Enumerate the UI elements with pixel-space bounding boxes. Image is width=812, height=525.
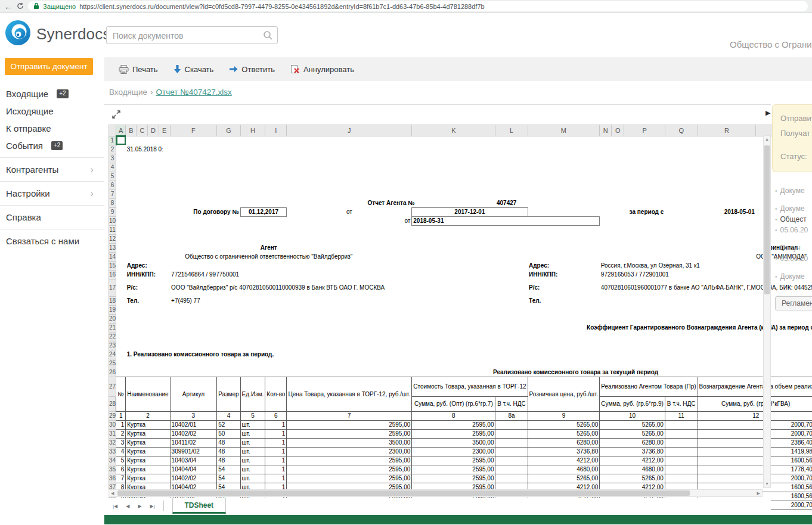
document-search[interactable] <box>106 26 278 44</box>
sheet-cell[interactable]: Сумма, руб. (Опт) (гр.6*гр.7) <box>412 396 495 411</box>
sheet-cell[interactable]: 4 <box>217 411 240 420</box>
column-header-E[interactable]: E <box>159 125 170 136</box>
column-header-G[interactable]: G <box>217 125 240 136</box>
sheet-cell[interactable]: ООО "Вайлдберриз" р/с 407028105001100009… <box>170 279 528 296</box>
scroll-right-icon[interactable]: ▶ <box>757 490 760 496</box>
column-header-M[interactable]: M <box>528 125 600 136</box>
sheet-cell[interactable]: 4212,00 <box>528 456 600 465</box>
sheet-cell[interactable]: Агент <box>126 243 412 252</box>
sheet-cell[interactable] <box>412 252 528 261</box>
sheet-cell[interactable]: 2595,00 <box>287 420 412 429</box>
row-header-5[interactable]: 5 <box>109 172 116 181</box>
row-header-15[interactable]: 15 <box>109 261 116 270</box>
sheet-cell[interactable]: 11 <box>665 411 698 420</box>
sheet-cell[interactable]: 5 <box>240 411 265 420</box>
sheet-cell[interactable] <box>495 447 528 456</box>
sheet-cell[interactable]: 4680,00 <box>528 465 600 474</box>
sheet-cell[interactable]: Куртка <box>126 447 170 456</box>
panel-collapse-icon[interactable]: ▶ <box>765 109 770 117</box>
sheet-cell[interactable]: 3500,00 <box>287 438 412 447</box>
row-header-17[interactable]: 17 <box>109 279 116 296</box>
sheet-cell[interactable]: 1 <box>116 411 126 420</box>
column-header-Q[interactable]: Q <box>665 125 698 136</box>
sheet-cell[interactable] <box>116 359 812 368</box>
sheet-cell[interactable] <box>495 474 528 483</box>
sheet-cell[interactable]: 01,12,2017 <box>240 207 287 216</box>
sheet-cell[interactable]: 6 <box>116 465 126 474</box>
sheet-cell[interactable]: Отчет Агента № <box>287 198 495 207</box>
sheet-cell[interactable]: 5265,00 <box>600 429 665 438</box>
sidebar-item-1[interactable]: Исходящие <box>0 102 104 120</box>
sheet-cell[interactable]: 10402/02 <box>170 429 217 438</box>
row-header-27[interactable]: 27 <box>109 377 116 396</box>
sheet-cell[interactable]: 7 <box>287 411 412 420</box>
sheet-cell[interactable]: 1 <box>265 429 287 438</box>
sheet-cell[interactable]: 2 <box>116 429 126 438</box>
row-header-6[interactable]: 6 <box>109 181 116 190</box>
sheet-cell[interactable]: Адрес: <box>528 261 600 270</box>
sheet-cell[interactable]: шт. <box>240 447 265 456</box>
sheet-cell[interactable]: По договору № <box>126 207 240 216</box>
row-header-4[interactable]: 4 <box>109 163 116 172</box>
breadcrumb-current-document[interactable]: Отчет №407427.xlsx <box>156 88 232 97</box>
sheet-cell[interactable]: 1 <box>265 474 287 483</box>
sheet-cell[interactable]: 50 <box>217 429 240 438</box>
column-header-H[interactable]: H <box>240 125 265 136</box>
row-header-20[interactable]: 20 <box>109 314 116 323</box>
sheet-cell[interactable]: 48 <box>217 456 240 465</box>
column-header-I[interactable]: I <box>265 125 287 136</box>
sheet-cell[interactable] <box>495 420 528 429</box>
sheet-cell[interactable] <box>116 314 812 323</box>
sheet-cell[interactable] <box>170 261 528 270</box>
sheet-cell[interactable]: шт. <box>240 465 265 474</box>
sheet-cell[interactable]: 3500,00 <box>412 438 495 447</box>
sheet-cell[interactable]: к Агентскому Догово <box>217 145 812 154</box>
toolbar-button-1[interactable]: Скачать <box>173 65 214 74</box>
sheet-cell[interactable] <box>116 216 287 225</box>
sheet-cell[interactable]: от <box>287 207 412 216</box>
sheet-cell[interactable]: Куртка <box>126 438 170 447</box>
row-header-29[interactable]: 29 <box>109 411 116 420</box>
sheet-cell[interactable]: 2595,00 <box>412 429 495 438</box>
sheet-cell[interactable] <box>665 456 698 465</box>
sheet-cell[interactable] <box>665 447 698 456</box>
sheet-cell[interactable]: 407427 <box>495 198 600 207</box>
row-header-18[interactable]: 18 <box>109 296 116 305</box>
sheet-cell[interactable]: Адрес: <box>126 261 170 270</box>
sheet-cell[interactable] <box>116 172 812 181</box>
horizontal-scroll-thumb[interactable] <box>117 490 690 496</box>
sheet-cell[interactable]: Ед.Изм. <box>240 377 265 411</box>
sheet-cell[interactable] <box>116 181 812 190</box>
sheet-cell[interactable]: шт. <box>240 474 265 483</box>
sheet-cell[interactable]: Наименование <box>126 377 170 411</box>
search-icon[interactable] <box>263 30 273 43</box>
sheet-cell[interactable]: 6 <box>265 411 287 420</box>
column-header-C[interactable]: C <box>137 125 148 136</box>
row-header-28[interactable]: 28 <box>109 396 116 411</box>
sheet-cell[interactable]: шт. <box>240 456 265 465</box>
sheet-cell[interactable]: 7 <box>116 474 126 483</box>
column-header-N[interactable]: N <box>600 125 612 136</box>
sheet-cell[interactable] <box>495 456 528 465</box>
sheet-cell[interactable]: 2595,00 <box>287 429 412 438</box>
row-header-24[interactable]: 24 <box>109 350 116 359</box>
toolbar-button-0[interactable]: Печать <box>119 65 158 74</box>
row-header-26[interactable]: 26 <box>109 368 116 377</box>
sheet-tab-tdsheet[interactable]: TDSheet <box>172 498 226 514</box>
sheet-cell[interactable]: 54 <box>217 474 240 483</box>
sheet-cell[interactable] <box>495 429 528 438</box>
sheet-cell[interactable] <box>240 296 528 305</box>
row-header-19[interactable]: 19 <box>109 305 116 314</box>
sheet-cell[interactable]: 8 <box>412 411 495 420</box>
row-header-35[interactable]: 35 <box>109 465 116 474</box>
sheet-cell[interactable] <box>412 243 528 252</box>
last-sheet-icon[interactable]: ▶| <box>150 504 155 509</box>
sidebar-item-5[interactable]: Настройки› <box>0 185 104 202</box>
sheet-cell[interactable]: 2017-12-01 <box>412 207 528 216</box>
sheet-cell[interactable]: 10402/02 <box>170 474 217 483</box>
column-header-F[interactable]: F <box>170 125 217 136</box>
sheet-cell[interactable] <box>495 438 528 447</box>
sheet-cell[interactable] <box>116 279 126 296</box>
column-header-R[interactable]: R <box>698 125 756 136</box>
sheet-cell[interactable] <box>665 474 698 483</box>
